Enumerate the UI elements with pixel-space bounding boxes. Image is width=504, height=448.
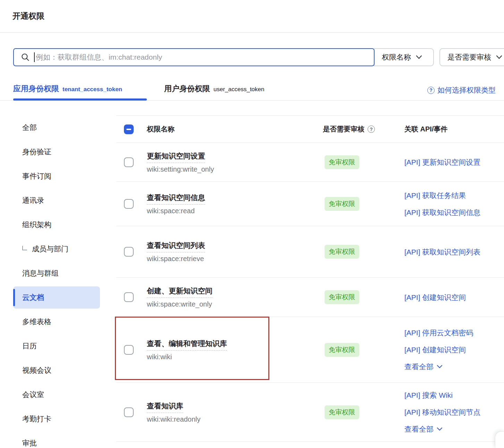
search-icon — [21, 53, 30, 62]
category-sidebar: 全部 身份验证 事件订阅 通讯录 组织架构 成员与部门 消息与群组 云文档 多维… — [13, 115, 110, 448]
sidebar-item-attendance[interactable]: 考勤打卡 — [13, 407, 110, 431]
sidebar-item-contacts[interactable]: 通讯录 — [13, 188, 110, 213]
tab-label: 用户身份权限 — [164, 84, 210, 94]
sidebar-item-approval[interactable]: 审批 — [13, 431, 110, 448]
header-divider — [0, 32, 504, 33]
sidebar-item-auth[interactable]: 身份验证 — [13, 140, 110, 164]
tab-token: tenant_access_token — [62, 86, 122, 93]
table-row: 查看知识空间列表 wiki:space:retrieve 免审权限 [API] … — [116, 226, 504, 278]
table-row: 查看知识库 wiki:wiki:readonly 免审权限 [API] 搜索 W… — [116, 383, 504, 442]
api-link[interactable]: [API] 获取任务结果 — [404, 187, 504, 204]
row-checkbox[interactable] — [124, 247, 134, 257]
api-link[interactable]: [API] 更新知识空间设置 — [404, 154, 504, 171]
table-row-annotated: 查看、编辑和管理知识库 wiki:wiki 免审权限 [API] 停用云文档密码… — [116, 317, 504, 383]
row-checkbox[interactable] — [124, 407, 134, 417]
api-link[interactable]: [API] 停用云文档密码 — [404, 324, 504, 341]
sidebar-item-video-meeting[interactable]: 视频会议 — [13, 358, 110, 382]
permission-name: 查看知识空间信息 — [147, 193, 205, 205]
sidebar-item-bitable[interactable]: 多维表格 — [13, 310, 110, 334]
chevron-down-icon — [437, 365, 443, 369]
api-link[interactable]: [API] 创建知识空间 — [404, 341, 504, 358]
tab-tenant-access-token[interactable]: 应用身份权限 tenant_access_token — [13, 84, 122, 94]
view-all-link[interactable]: 查看全部 — [404, 358, 504, 375]
view-all-link[interactable]: 查看全部 — [404, 421, 504, 438]
column-header-need-review: 是否需要审核 ? — [323, 124, 404, 134]
api-link[interactable]: [API] 创建知识空间 — [404, 289, 504, 306]
row-checkbox[interactable] — [124, 199, 134, 209]
permission-code: wiki:space:retrieve — [147, 255, 323, 263]
review-badge: 免审权限 — [325, 405, 359, 419]
filter-need-review-dropdown[interactable]: 是否需要审核 — [439, 48, 504, 66]
table-row: 更新知识空间设置 wiki:setting:write_only 免审权限 [A… — [116, 143, 504, 182]
chevron-down-icon — [496, 55, 502, 59]
page-header: 开通权限 — [0, 0, 504, 32]
sidebar-item-cloud-docs[interactable]: 云文档 — [13, 286, 100, 309]
table-header-row: 权限名称 是否需要审核 ? 关联 API/事件 — [116, 116, 504, 143]
search-placeholder: 例如：获取群组信息、im:chat:readonly — [36, 52, 162, 62]
chevron-down-icon — [416, 55, 422, 59]
row-checkbox[interactable] — [124, 345, 134, 355]
filter-permission-name-label: 权限名称 — [382, 52, 411, 62]
permissions-table: 权限名称 是否需要审核 ? 关联 API/事件 更新知识空间设置 wiki:se… — [116, 115, 504, 442]
page-title: 开通权限 — [12, 11, 44, 21]
api-link[interactable]: [API] 搜索 Wiki — [404, 387, 504, 404]
permission-code: wiki:wiki — [147, 353, 323, 361]
sidebar-item-messages-groups[interactable]: 消息与群组 — [13, 261, 110, 285]
help-link-label: 如何选择权限类型 — [437, 85, 496, 95]
permission-name: 查看、编辑和管理知识库 — [147, 339, 227, 351]
row-checkbox[interactable] — [124, 292, 134, 302]
permission-code: wiki:space:read — [147, 207, 323, 215]
review-badge: 免审权限 — [325, 155, 359, 169]
column-header-permission-name: 权限名称 — [147, 124, 323, 134]
sidebar-item-all[interactable]: 全部 — [13, 115, 110, 140]
tab-label: 应用身份权限 — [13, 84, 59, 94]
sidebar-item-org-structure[interactable]: 组织架构 — [13, 213, 110, 237]
text-caret — [34, 52, 35, 62]
permission-name: 查看知识库 — [147, 401, 183, 413]
review-badge: 免审权限 — [325, 245, 359, 259]
table-row: 查看知识空间信息 wiki:space:read 免审权限 [API] 获取任务… — [116, 182, 504, 226]
filter-need-review-label: 是否需要审核 — [447, 52, 491, 62]
active-tab-indicator — [13, 98, 147, 101]
review-badge: 免审权限 — [325, 343, 359, 357]
row-checkbox[interactable] — [124, 157, 134, 167]
floating-widget-corner[interactable] — [495, 431, 504, 448]
api-link[interactable]: [API] 获取知识空间信息 — [404, 204, 504, 221]
permission-code: wiki:space:write_only — [147, 300, 323, 308]
filter-permission-name-dropdown[interactable]: 权限名称 — [374, 48, 434, 66]
permission-code: wiki:wiki:readonly — [147, 415, 323, 423]
permission-name: 查看知识空间列表 — [147, 241, 205, 252]
tab-user-access-token[interactable]: 用户身份权限 user_access_token — [164, 84, 264, 94]
search-input[interactable]: 例如：获取群组信息、im:chat:readonly — [13, 48, 375, 66]
sidebar-item-event-subscription[interactable]: 事件订阅 — [13, 164, 110, 188]
column-header-related-api: 关联 API/事件 — [404, 121, 504, 138]
permission-name: 更新知识空间设置 — [147, 151, 205, 163]
select-all-checkbox-indeterminate[interactable] — [124, 124, 134, 134]
question-circle-icon: ? — [427, 87, 435, 94]
question-circle-icon[interactable]: ? — [368, 126, 375, 133]
table-row: 创建、更新知识空间 wiki:space:write_only 免审权限 [AP… — [116, 278, 504, 317]
permission-name: 创建、更新知识空间 — [147, 286, 212, 298]
sidebar-item-members-departments[interactable]: 成员与部门 — [13, 237, 110, 261]
chevron-down-icon — [437, 427, 443, 431]
review-badge: 免审权限 — [325, 290, 359, 304]
api-link[interactable]: [API] 移动知识空间节点 — [404, 404, 504, 421]
review-badge: 免审权限 — [325, 197, 359, 211]
indent-corner-icon — [22, 246, 27, 250]
help-link[interactable]: ? 如何选择权限类型 — [427, 85, 496, 95]
tabs-bar: 应用身份权限 tenant_access_token 用户身份权限 user_a… — [0, 79, 504, 101]
sidebar-item-calendar[interactable]: 日历 — [13, 334, 110, 358]
sidebar-item-meeting-room[interactable]: 会议室 — [13, 382, 110, 407]
permission-code: wiki:setting:write_only — [147, 165, 323, 173]
tab-token: user_access_token — [213, 86, 264, 93]
api-link[interactable]: [API] 获取知识空间列表 — [404, 243, 504, 260]
